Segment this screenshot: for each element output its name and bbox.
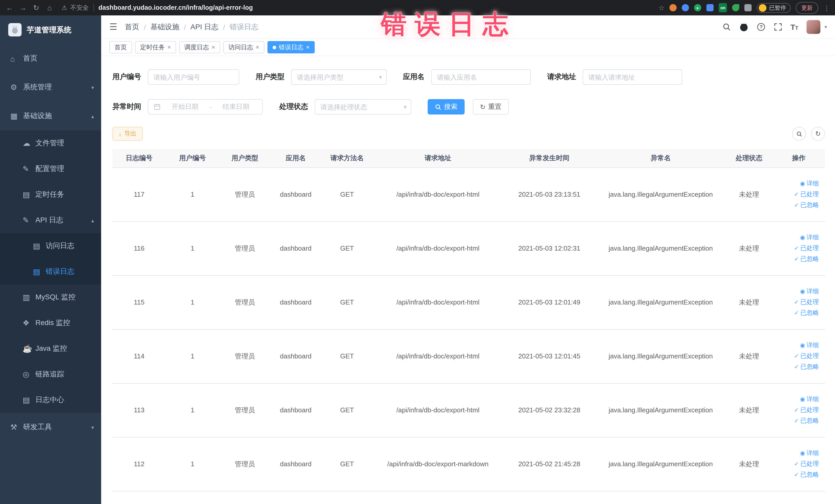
sidebar-item-system[interactable]: ⚙ 系统管理 ▾ (0, 73, 101, 102)
sidebar-item-file[interactable]: ☁ 文件管理 (0, 130, 101, 156)
reset-button[interactable]: ↻ 重置 (473, 99, 509, 115)
check-icon: ✓ (794, 297, 799, 308)
sidebar-item-java[interactable]: ☕ Java 监控 (0, 336, 101, 362)
sidebar-item-trace[interactable]: ◎ 链路追踪 (0, 362, 101, 387)
ignored-link[interactable]: ✓已忽略 (775, 469, 819, 480)
sidebar-item-config[interactable]: ✎ 配置管理 (0, 156, 101, 182)
eye-icon: ◉ (800, 394, 805, 405)
extensions-puzzle-icon[interactable] (745, 4, 752, 11)
table-row: 113 1 管理员 dashboard GET /api/infra/db-do… (113, 383, 825, 437)
detail-label: 详细 (807, 286, 819, 297)
url-bar[interactable]: dashboard.yudao.iocoder.cn/infra/log/api… (99, 4, 253, 11)
sidebar-item-dev-tools[interactable]: ⚒ 研发工具 ▾ (0, 413, 101, 442)
ignored-link[interactable]: ✓已忽略 (775, 416, 819, 426)
browser-menu-icon[interactable]: ⋮ (823, 4, 830, 12)
table-header-row: 日志编号 用户编号 用户类型 应用名 请求方法名 请求地址 异常发生时间 异常名… (113, 149, 825, 167)
detail-link[interactable]: ◉详细 (775, 394, 819, 405)
date-range-input[interactable]: 开始日期 - 结束日期 (148, 99, 263, 115)
cell-app-name: dashboard (270, 437, 321, 491)
avatar[interactable] (807, 20, 820, 34)
reload-icon[interactable]: ↻ (32, 4, 41, 12)
sidebar-item-mysql[interactable]: ▥ MySQL 监控 (0, 284, 101, 310)
bookmark-star-icon[interactable]: ☆ (658, 4, 664, 12)
font-size-icon[interactable]: TT (790, 23, 798, 31)
processed-link[interactable]: ✓已处理 (775, 297, 819, 308)
ignored-link[interactable]: ✓已忽略 (775, 308, 819, 318)
process-status-select[interactable] (315, 99, 411, 115)
avatar-caret-icon[interactable]: ▾ (824, 24, 827, 30)
tab-job[interactable]: 定时任务 × (135, 41, 176, 54)
export-button[interactable]: ↓ 导出 (113, 127, 143, 141)
detail-link[interactable]: ◉详细 (775, 178, 819, 189)
user-type-select[interactable] (291, 69, 387, 85)
detail-link[interactable]: ◉详细 (775, 340, 819, 351)
tab-error-log[interactable]: 错误日志 × (267, 41, 315, 54)
tab-home[interactable]: 首页 (109, 41, 132, 54)
processed-link[interactable]: ✓已处理 (775, 243, 819, 254)
hamburger-icon[interactable]: ☰ (109, 22, 117, 32)
detail-link[interactable]: ◉详细 (775, 448, 819, 459)
processed-link[interactable]: ✓已处理 (775, 459, 819, 469)
sidebar-item-infra[interactable]: ▦ 基础设施 ▴ (0, 102, 101, 130)
sidebar-item-label: 文件管理 (36, 139, 64, 148)
tab-access-log[interactable]: 访问日志 × (223, 41, 264, 54)
sidebar-item-access-log[interactable]: ▤ 访问日志 (0, 233, 101, 259)
filter-user-id: 用户编号 (113, 69, 239, 85)
sidebar-item-api-log[interactable]: ✎ API 日志 ▴ (0, 207, 101, 233)
table-row: 117 1 管理员 dashboard GET /api/infra/db-do… (113, 167, 825, 221)
app-logo[interactable]: 芋道管理系统 (0, 15, 101, 44)
update-button[interactable]: 更新 (796, 2, 818, 14)
sidebar-item-error-log[interactable]: ▤ 错误日志 (0, 259, 101, 284)
cell-status: 未处理 (726, 329, 773, 383)
help-icon[interactable]: ? (756, 23, 765, 31)
sidebar-item-job[interactable]: ▤ 定时任务 (0, 182, 101, 207)
active-tab-dot (272, 45, 276, 49)
forward-icon[interactable]: → (19, 4, 27, 12)
tab-job-log[interactable]: 调度日志 × (179, 41, 220, 54)
ignored-link[interactable]: ✓已忽略 (775, 200, 819, 210)
close-icon[interactable]: × (306, 44, 309, 51)
processed-label: 已处理 (800, 243, 819, 254)
close-icon[interactable]: × (256, 44, 259, 51)
refresh-icon: ↻ (480, 103, 486, 110)
ignored-link[interactable]: ✓已忽略 (775, 254, 819, 264)
home-icon[interactable]: ⌂ (45, 4, 54, 12)
processed-link[interactable]: ✓已处理 (775, 405, 819, 416)
back-icon[interactable]: ← (5, 4, 14, 12)
detail-link[interactable]: ◉详细 (775, 286, 819, 297)
breadcrumb-item[interactable]: 基础设施 (150, 22, 179, 32)
close-icon[interactable]: × (167, 44, 171, 51)
extension-icon-5[interactable]: on (719, 3, 727, 12)
close-icon[interactable]: × (211, 44, 215, 51)
fullscreen-icon[interactable] (773, 23, 782, 31)
cell-log-id: 112 (113, 437, 166, 491)
detail-link[interactable]: ◉详细 (775, 232, 819, 243)
extension-icon-2[interactable] (682, 4, 689, 11)
processed-link[interactable]: ✓已处理 (775, 189, 819, 200)
sidebar-item-home[interactable]: ⌂ 首页 (0, 44, 101, 73)
ignored-link[interactable]: ✓已忽略 (775, 362, 819, 372)
search-icon[interactable] (722, 23, 731, 31)
extension-icon-4[interactable] (707, 4, 714, 11)
user-id-input[interactable] (148, 69, 239, 85)
security-chip[interactable]: ⚠ 不安全 (62, 3, 89, 12)
breadcrumb-separator: / (223, 23, 225, 31)
extension-icon-1[interactable] (669, 4, 677, 11)
breadcrumb-item[interactable]: 首页 (125, 22, 139, 32)
extension-icon-3[interactable]: ▸ (694, 4, 701, 11)
search-button[interactable]: 搜索 (428, 99, 465, 115)
error-log-table: 日志编号 用户编号 用户类型 应用名 请求方法名 请求地址 异常发生时间 异常名… (113, 149, 825, 491)
profile-paused-badge[interactable]: 已暂停 (757, 3, 791, 13)
sidebar-item-redis[interactable]: ❖ Redis 监控 (0, 310, 101, 336)
extension-icon-6[interactable] (732, 4, 739, 11)
refresh-button[interactable]: ↻ (811, 127, 825, 141)
search-toggle-button[interactable] (792, 127, 806, 141)
breadcrumb-item[interactable]: API 日志 (190, 22, 219, 32)
request-url-input[interactable] (583, 69, 682, 85)
processed-link[interactable]: ✓已处理 (775, 351, 819, 362)
sidebar-item-log-center[interactable]: ▤ 日志中心 (0, 387, 101, 413)
app-name-input[interactable] (431, 69, 531, 85)
toolbox-icon: ⚒ (10, 423, 23, 432)
github-icon[interactable] (739, 22, 748, 32)
cell-exception-time: 2021-05-03 12:01:49 (503, 275, 596, 329)
